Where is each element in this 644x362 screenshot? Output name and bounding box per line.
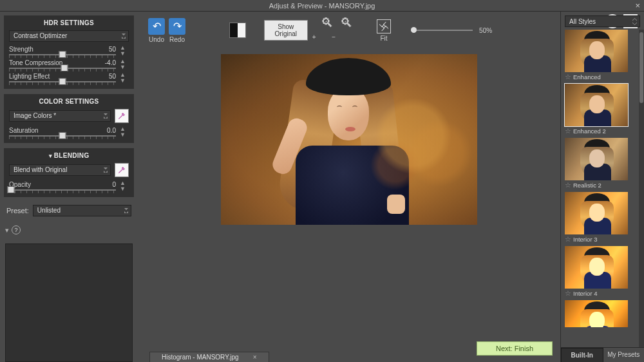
tone-label: Tone Compression (9, 59, 62, 66)
white-swatch (238, 23, 245, 37)
saturation-value: 0.0 (107, 127, 116, 134)
eyedropper-button[interactable] (115, 109, 129, 123)
star-icon[interactable]: ☆ (565, 73, 571, 81)
settings-sidebar: HDR SETTINGS Contrast Optimizer Strength… (0, 12, 138, 362)
tab-my-presets[interactable]: My Presets (603, 348, 645, 362)
star-icon[interactable]: ☆ (565, 181, 571, 189)
style-thumb-interior-4[interactable]: ☆Interior 4 (565, 246, 640, 298)
zoom-thumb[interactable] (411, 27, 417, 33)
star-icon[interactable]: ☆ (565, 289, 571, 298)
opacity-track[interactable] (9, 189, 116, 191)
tone-thumb[interactable] (61, 64, 68, 71)
show-original-button[interactable]: Show Original (264, 20, 308, 41)
redo-button[interactable]: ↷ Redo (169, 18, 185, 43)
strength-thumb[interactable] (59, 51, 66, 58)
styles-dropdown[interactable]: All Styles (565, 15, 640, 27)
preset-label: Preset: (6, 207, 29, 214)
strength-slider: Strength 50 ▲▼ (9, 46, 129, 55)
light-label: Lighting Effect (9, 73, 50, 80)
light-track[interactable] (9, 81, 116, 82)
light-thumb[interactable] (59, 78, 66, 85)
color-title: COLOR SETTINGS (9, 98, 129, 105)
chevron-down-icon: ▾ (49, 153, 52, 159)
strength-value: 50 (109, 46, 116, 53)
opacity-value: 0 (112, 181, 116, 188)
light-stepper[interactable]: ▲▼ (120, 73, 129, 82)
opacity-slider: Opacity 0 ▲▼ (9, 181, 129, 191)
bw-toggle[interactable] (229, 23, 246, 38)
histogram-label: Histogram - MANSORY.jpg (162, 354, 239, 361)
toolbar: ↶ Undo ↷ Redo Show Original 🔍︎+ 🔍︎− (138, 12, 560, 49)
close-icon[interactable]: × (253, 354, 257, 361)
zoom-out-icon: 🔍︎− (340, 15, 354, 45)
strength-track[interactable] (9, 54, 116, 55)
next-finish-button[interactable]: Next: Finish (477, 341, 553, 356)
blending-mode-dropdown[interactable]: Blend with Original (9, 164, 111, 176)
styles-scrollbar[interactable] (639, 30, 644, 347)
zoom-out-button[interactable]: 🔍︎− (340, 15, 354, 45)
saturation-label: Saturation (9, 127, 39, 134)
histogram-tab[interactable]: Histogram - MANSORY.jpg × (149, 352, 269, 362)
styles-list: ☆Enhanced ☆Enhanced 2 ☆Realistic 2 ☆Inte… (561, 30, 644, 347)
undo-icon: ↶ (148, 18, 165, 35)
chevron-down-icon[interactable]: ▾ (5, 226, 9, 234)
preset-tabs: Built-In My Presets (561, 347, 644, 362)
style-thumb-enhanced-2[interactable]: ☆Enhanced 2 (565, 84, 640, 135)
preview-image (221, 54, 477, 225)
zoom-in-icon: 🔍︎+ (321, 15, 334, 45)
titlebar-title: Adjust & Preview - MANSORY.jpg (269, 2, 375, 10)
blending-title[interactable]: ▾ BLENDING (9, 152, 129, 159)
tone-value: -4.0 (105, 59, 116, 66)
saturation-track[interactable] (9, 135, 116, 137)
titlebar: Adjust & Preview - MANSORY.jpg × (0, 0, 644, 12)
tone-slider: Tone Compression -4.0 ▲▼ (9, 59, 129, 69)
color-settings-panel: COLOR SETTINGS Image Colors * Saturation… (4, 94, 134, 143)
zoom-value: 50% (479, 27, 492, 34)
preview-area: ↶ Undo ↷ Redo Show Original 🔍︎+ 🔍︎− (138, 12, 560, 362)
hdr-settings-panel: HDR SETTINGS Contrast Optimizer Strength… (4, 15, 134, 89)
help-row: ▾ ? (4, 222, 134, 238)
style-thumb-enhanced[interactable]: ☆Enhanced (565, 30, 640, 81)
color-mode-dropdown[interactable]: Image Colors * (9, 110, 111, 122)
canvas[interactable]: Next: Finish (138, 49, 560, 362)
style-thumb-realistic-2[interactable]: ☆Realistic 2 (565, 138, 640, 189)
star-icon[interactable]: ☆ (565, 127, 571, 135)
close-icon[interactable]: × (635, 1, 640, 10)
saturation-slider: Saturation 0.0 ▲▼ (9, 127, 129, 137)
strength-label: Strength (9, 46, 33, 53)
scrollbar-thumb[interactable] (639, 32, 643, 103)
blending-eyedropper-button[interactable] (115, 163, 129, 177)
light-slider: Lighting Effect 50 ▲▼ (9, 73, 129, 82)
hdr-mode-dropdown[interactable]: Contrast Optimizer (9, 30, 129, 42)
redo-icon: ↷ (169, 18, 185, 35)
star-icon[interactable]: ☆ (565, 235, 571, 243)
help-box (5, 243, 133, 362)
hdr-title: HDR SETTINGS (9, 19, 129, 26)
blending-panel: ▾ BLENDING Blend with Original Opacity 0 (4, 148, 134, 197)
style-thumb-partial[interactable] (565, 300, 640, 327)
tab-built-in[interactable]: Built-In (561, 348, 603, 362)
tone-track[interactable] (9, 68, 116, 69)
undo-button[interactable]: ↶ Undo (148, 18, 165, 43)
help-icon[interactable]: ? (12, 225, 21, 234)
style-thumb-interior-3[interactable]: ☆Interior 3 (565, 192, 640, 243)
black-swatch (230, 23, 238, 37)
saturation-stepper[interactable]: ▲▼ (120, 127, 129, 137)
fit-icon (377, 19, 391, 33)
preset-row: Preset: Unlisted (4, 205, 134, 216)
zoom-in-button[interactable]: 🔍︎+ (321, 15, 334, 45)
styles-sidebar: All Styles ☆Enhanced ☆Enhanced 2 ☆Realis… (560, 12, 644, 362)
opacity-stepper[interactable]: ▲▼ (120, 181, 129, 191)
tone-stepper[interactable]: ▲▼ (120, 59, 129, 69)
saturation-thumb[interactable] (59, 132, 66, 139)
fit-button[interactable]: Fit (377, 19, 391, 42)
strength-stepper[interactable]: ▲▼ (120, 46, 129, 55)
preset-dropdown[interactable]: Unlisted (33, 205, 131, 216)
zoom-slider[interactable] (411, 30, 473, 31)
light-value: 50 (109, 73, 116, 80)
opacity-thumb[interactable] (8, 186, 15, 193)
eyedropper-icon (117, 111, 126, 120)
eyedropper-icon (117, 166, 126, 175)
